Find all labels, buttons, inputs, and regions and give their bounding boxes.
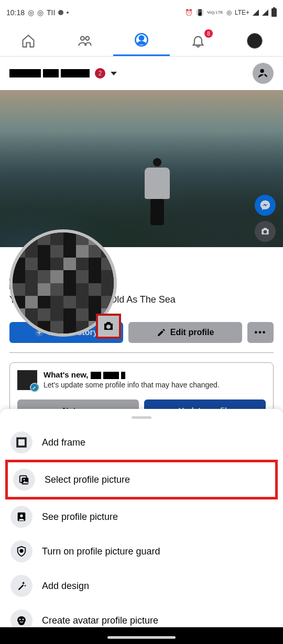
nav-profile[interactable] [113,25,170,56]
svg-point-1 [85,36,89,40]
add-design-option[interactable]: Add design [0,569,283,603]
chevron-down-icon [111,72,117,75]
redacted-name [9,69,90,77]
portrait-icon [16,511,27,523]
edit-profile-button[interactable]: Edit profile [128,322,242,343]
svg-point-18 [23,619,24,620]
nav-menu[interactable] [226,25,283,56]
profile-switcher[interactable]: 2 [0,57,283,90]
prompt-subtitle: Let's update some profile info that may … [43,381,220,389]
alarm-icon: ⏰ [185,9,193,16]
sheet-item-label: Turn on profile picture guard [42,546,160,557]
sheet-item-label: Create avatar profile picture [42,615,158,626]
shield-icon [16,546,27,557]
pencil-icon [157,328,166,337]
signal-icon [253,9,259,16]
svg-point-6 [106,325,111,329]
hotspot-icon: ◎ [226,9,232,16]
edit-profile-icon-button[interactable] [253,63,274,84]
home-icon [21,34,36,48]
signal-icon [262,9,268,16]
card-avatar [17,370,37,390]
cover-subject [142,158,173,226]
more-actions-button[interactable]: ••• [247,322,274,343]
top-nav: 8 [0,25,283,57]
pages-badge: 2 [95,68,105,79]
clock: 10:18 [6,8,25,17]
select-profile-picture-option[interactable]: Select profile picture [5,460,278,499]
svg-point-14 [20,514,23,517]
svg-point-4 [260,69,264,73]
profile-picture-sheet: Add frame Select profile picture See pro… [0,409,283,644]
divider [9,352,274,353]
instagram-icon: ◎ [37,8,43,17]
frame-icon [16,437,27,448]
svg-point-15 [20,549,23,552]
cover-photo[interactable] [0,90,283,247]
svg-point-0 [81,36,84,40]
status-text: TII [47,8,55,17]
wand-icon [16,580,27,592]
battery-icon [271,8,277,17]
notification-dot-icon [67,12,69,14]
volte-icon: Vo)) LTE [207,10,223,15]
notification-dot-icon [58,10,63,15]
svg-point-3 [139,36,144,40]
picture-guard-option[interactable]: Turn on profile picture guard [0,534,283,569]
prompt-title: What's new, [43,370,220,380]
image-icon [18,474,30,485]
sheet-item-label: Select profile picture [45,474,130,485]
notification-badge: 8 [204,29,213,38]
sheet-item-label: See profile picture [42,512,118,523]
cover-camera-button[interactable] [255,221,276,242]
status-bar: 10:18 ◎ ◎ TII ⏰ 📳 Vo)) LTE ◎ LTE+ [0,0,283,25]
bell-icon [191,34,205,48]
svg-point-5 [264,230,267,234]
avatar-icon [247,33,263,49]
see-profile-picture-option[interactable]: See profile picture [0,499,283,534]
lte-label: LTE+ [235,9,249,16]
svg-point-17 [19,619,21,620]
pencil-icon [32,385,37,390]
profile-picture-wrap [9,229,117,337]
dots-icon: ••• [255,328,267,337]
nav-notifications[interactable]: 8 [170,25,226,56]
nav-friends[interactable] [57,25,113,56]
system-nav-bar [0,627,283,644]
nav-home[interactable] [0,25,57,56]
edit-profile-label: Edit profile [170,328,214,337]
instagram-icon: ◎ [28,8,34,17]
profile-icon [134,32,149,47]
messenger-button[interactable] [255,195,276,216]
vibrate-icon: 📳 [196,9,204,16]
sheet-handle[interactable] [132,416,151,419]
prompt-title-prefix: What's new, [43,370,91,379]
sheet-item-label: Add frame [42,437,85,448]
svg-rect-8 [18,439,26,447]
messenger-icon [259,199,271,211]
camera-icon [102,320,115,332]
profile-picture-camera-button[interactable] [96,314,121,339]
avatar-icon [15,614,28,627]
camera-icon [260,226,270,237]
svg-point-12 [24,479,25,481]
gesture-handle[interactable] [107,636,176,639]
sheet-item-label: Add design [42,581,89,592]
friends-icon [78,34,92,48]
add-frame-option[interactable]: Add frame [0,425,283,460]
person-edit-icon [257,68,269,79]
